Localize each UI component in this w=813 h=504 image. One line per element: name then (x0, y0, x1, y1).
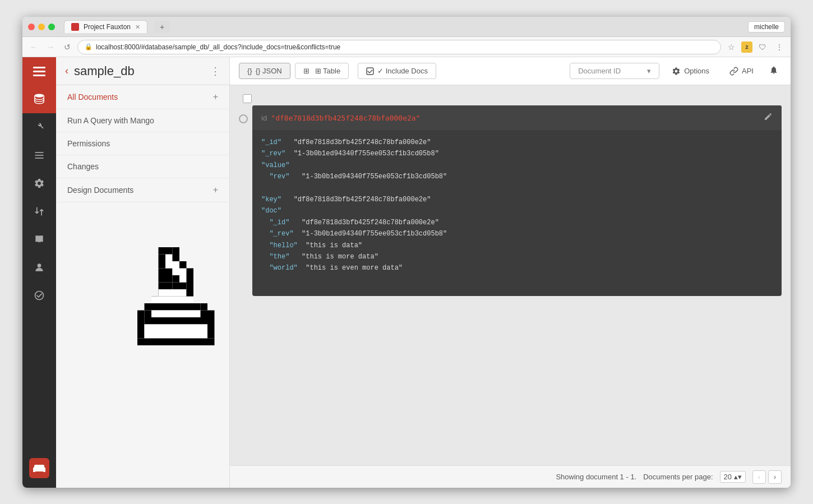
sidebar-gear-icon[interactable] (22, 169, 56, 197)
svg-rect-40 (201, 311, 208, 318)
pencil-icon (764, 112, 773, 121)
nav-item-mango[interactable]: Run A Query with Mango (56, 109, 229, 132)
svg-rect-54 (179, 269, 187, 283)
extension-icon[interactable]: 2 (741, 41, 752, 53)
maximize-button[interactable] (48, 24, 55, 30)
bookmark-icon[interactable]: ☆ (724, 40, 738, 54)
app-layout: ‹ sample_db ⋮ All Documents + Run A Quer… (22, 57, 791, 488)
address-bar[interactable]: 🔒 localhost:8000/#database/sample_db/_al… (77, 40, 721, 54)
nav-item-design-documents[interactable]: Design Documents + (56, 178, 229, 202)
browser-titlebar: Project Fauxton ✕ + michelle (22, 17, 791, 37)
doc-line: "key" "df8e7818d3bfb425f248c78bfa000e2e" (261, 194, 773, 205)
prev-page-button[interactable]: ‹ (752, 470, 766, 484)
close-button[interactable] (28, 24, 35, 30)
table-view-button[interactable]: ⊞ ⊞ Table (295, 63, 349, 79)
svg-rect-20 (165, 269, 173, 276)
shield-icon: 🛡 (756, 40, 769, 54)
svg-rect-10 (34, 465, 44, 468)
add-document-icon[interactable]: + (213, 92, 218, 102)
minimize-button[interactable] (38, 24, 45, 30)
svg-rect-45 (207, 311, 215, 332)
table-view-label: ⊞ Table (315, 67, 340, 75)
options-button[interactable]: Options (664, 63, 717, 79)
content-toolbar: {} {} JSON ⊞ ⊞ Table ✓ Include Docs Docu… (230, 57, 791, 85)
json-view-label: {} JSON (256, 67, 282, 75)
browser-actions: ☆ 2 🛡 ⋮ (724, 40, 786, 54)
svg-rect-1 (33, 71, 45, 72)
forward-nav-button[interactable]: → (44, 40, 57, 54)
doc-line: "_id" "df8e7818d3bfb425f248c78bfa000e2e" (261, 217, 773, 228)
json-view-button[interactable]: {} {} JSON (239, 63, 290, 79)
document-id-selector[interactable]: Document ID ▾ (570, 63, 659, 79)
sidebar-list-icon[interactable] (22, 141, 56, 169)
nav-item-changes[interactable]: Changes (56, 155, 229, 178)
sidebar-book-icon[interactable] (22, 225, 56, 253)
main-content: {} {} JSON ⊞ ⊞ Table ✓ Include Docs Docu… (230, 57, 791, 488)
svg-point-8 (35, 292, 44, 300)
svg-rect-5 (35, 155, 44, 156)
edit-document-icon[interactable] (764, 112, 773, 123)
doc-line: "_id" "df8e7818d3bfb425f248c78bfa000e2e" (261, 137, 773, 148)
per-page-value: 20 (724, 473, 732, 481)
notifications-button[interactable] (766, 62, 782, 80)
traffic-lights (28, 24, 55, 30)
include-docs-button[interactable]: ✓ Include Docs (358, 63, 436, 79)
svg-rect-14 (159, 255, 166, 262)
nav-panel: ‹ sample_db ⋮ All Documents + Run A Quer… (56, 57, 230, 488)
svg-rect-22 (165, 283, 173, 290)
svg-rect-43 (137, 317, 145, 331)
svg-rect-39 (151, 311, 201, 318)
svg-rect-38 (145, 311, 152, 318)
browser-tab[interactable]: Project Fauxton ✕ (64, 20, 147, 33)
svg-rect-36 (151, 303, 201, 311)
svg-rect-52 (165, 255, 173, 269)
svg-rect-25 (173, 283, 180, 290)
svg-rect-46 (137, 331, 145, 339)
sidebar-check-icon[interactable] (22, 281, 56, 309)
svg-rect-15 (159, 261, 166, 269)
doc-line: "_rev" "1-3b0b1ed94340f755ee053cf1b3cd05… (261, 228, 773, 239)
next-page-button[interactable]: › (768, 470, 782, 484)
add-design-doc-icon[interactable]: + (213, 185, 218, 195)
svg-rect-49 (137, 339, 215, 346)
back-nav-button[interactable]: ← (27, 40, 40, 54)
svg-rect-37 (201, 303, 208, 311)
browser-menu-icon[interactable]: ⋮ (773, 40, 786, 54)
svg-rect-13 (159, 247, 166, 255)
svg-rect-12 (43, 470, 45, 472)
sidebar-arrows-icon[interactable] (22, 197, 56, 225)
per-page-label: Documents per page: (643, 473, 713, 481)
new-tab-button[interactable]: + (154, 21, 170, 33)
sidebar-bottom (22, 454, 56, 482)
svg-rect-41 (137, 311, 145, 318)
nav-item-permissions[interactable]: Permissions (56, 132, 229, 155)
gear-icon (672, 67, 681, 76)
select-all-checkbox[interactable] (243, 94, 252, 103)
bell-icon (769, 66, 778, 75)
nav-item-all-documents[interactable]: All Documents + (56, 85, 229, 109)
icon-sidebar (22, 57, 56, 488)
svg-rect-56 (173, 247, 180, 261)
refresh-nav-button[interactable]: ↺ (61, 40, 74, 54)
sidebar-person-icon[interactable] (22, 253, 56, 281)
tab-close-icon[interactable]: ✕ (135, 24, 140, 31)
cursor-hand-icon (123, 247, 229, 359)
doc-radio-button[interactable] (239, 114, 248, 123)
api-button[interactable]: API (722, 63, 761, 79)
sidebar-wrench-icon[interactable] (22, 113, 56, 141)
svg-rect-24 (173, 275, 180, 283)
sidebar-database-icon[interactable] (22, 85, 56, 113)
db-name: sample_db (74, 64, 205, 78)
sidebar-hamburger-icon[interactable] (33, 65, 45, 77)
back-button[interactable]: ‹ (65, 65, 68, 77)
more-button[interactable]: ⋮ (210, 65, 220, 77)
nav-item-label: Permissions (67, 139, 110, 148)
tab-title: Project Fauxton (84, 23, 131, 31)
nav-item-label: All Documents (67, 93, 118, 101)
svg-rect-27 (179, 283, 187, 290)
tab-favicon (71, 23, 79, 31)
address-url: localhost:8000/#database/sample_db/_all_… (96, 43, 340, 51)
svg-point-7 (38, 263, 41, 267)
api-label: API (742, 67, 754, 75)
per-page-selector[interactable]: 20 ▴▾ (720, 471, 746, 483)
